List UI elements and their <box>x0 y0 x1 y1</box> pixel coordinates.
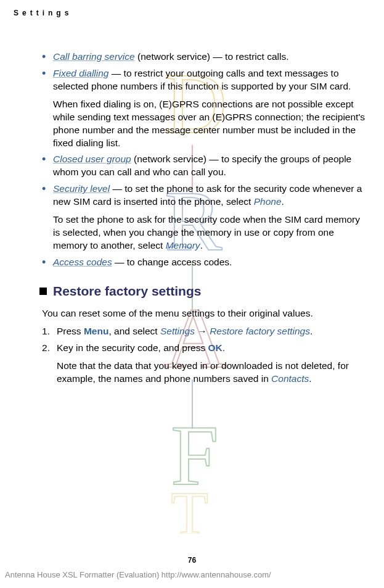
page-header-title: Settings <box>14 9 72 17</box>
arrow-icon: → <box>195 326 210 336</box>
step-bold: Menu <box>84 326 108 336</box>
bullet-item: Fixed dialling — to restrict your outgoi… <box>42 67 366 150</box>
bullet-item: Call barring service (network service) —… <box>42 51 366 64</box>
term-link[interactable]: Call barring service <box>53 51 135 62</box>
term-text: — to change access codes. <box>112 257 232 267</box>
svg-text:F: F <box>171 407 219 503</box>
note-post: . <box>309 373 311 384</box>
section-title-text: Restore factory settings <box>53 283 201 300</box>
bullet-list: Call barring service (network service) —… <box>42 51 366 269</box>
note-link[interactable]: Contacts <box>271 373 309 384</box>
svg-text:T: T <box>171 479 208 534</box>
section-intro: You can reset some of the menu settings … <box>42 307 366 320</box>
term-link[interactable]: Access codes <box>53 257 112 267</box>
step-item: Press Menu, and select Settings → Restor… <box>42 325 366 338</box>
step-link[interactable]: Settings <box>160 326 195 336</box>
section-heading: Restore factory settings <box>39 283 366 300</box>
bullet-paragraph: When fixed dialing is on, (E)GPRS connec… <box>53 98 366 150</box>
bullet-item: Security level — to set the phone to ask… <box>42 183 366 252</box>
step-note: Note that the data that you keyed in or … <box>57 360 366 386</box>
step-pre: Press <box>57 326 84 336</box>
period: . <box>282 196 284 207</box>
term-link[interactable]: Closed user group <box>53 154 131 164</box>
inline-link[interactable]: Memory <box>166 240 200 251</box>
step-link[interactable]: Restore factory settings <box>210 326 310 336</box>
step-post: . <box>310 326 313 336</box>
para-pre: To set the phone to ask for the security… <box>53 214 360 251</box>
section-marker-icon <box>39 288 47 295</box>
steps-list: Press Menu, and select Settings → Restor… <box>42 325 366 386</box>
page-content: Call barring service (network service) —… <box>42 51 366 389</box>
bullet-paragraph: To set the phone to ask for the security… <box>53 213 366 252</box>
para-post: . <box>200 240 203 251</box>
bullet-item: Access codes — to change access codes. <box>42 256 366 269</box>
step-pre: Key in the security code, and press <box>57 342 208 353</box>
inline-link[interactable]: Phone <box>254 196 282 207</box>
bullet-item: Closed user group (network service) — to… <box>42 153 366 179</box>
term-link[interactable]: Security level <box>53 183 110 194</box>
page-number: 76 <box>188 556 196 565</box>
footer-text: Antenna House XSL Formatter (Evaluation)… <box>5 570 271 579</box>
step-bold: OK <box>208 342 223 353</box>
step-mid: , and select <box>108 326 160 336</box>
term-text: (network service) — to restrict calls. <box>135 51 289 62</box>
step-post: . <box>223 342 225 353</box>
term-link[interactable]: Fixed dialling <box>53 68 108 78</box>
step-item: Key in the security code, and press OK. … <box>42 342 366 386</box>
